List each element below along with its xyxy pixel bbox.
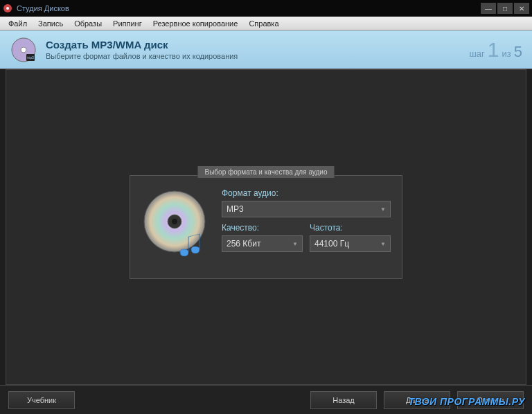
format-value: MP3 (227, 204, 244, 214)
app-icon (3, 3, 12, 13)
disc-icon: mp3 (10, 36, 37, 64)
chevron-down-icon: ▼ (380, 241, 386, 247)
format-label: Формат аудио: (222, 188, 391, 198)
menu-file[interactable]: Файл (3, 18, 33, 29)
maximize-button[interactable]: □ (497, 3, 513, 14)
menu-ripping[interactable]: Риппинг (107, 18, 148, 29)
menubar: Файл Запись Образы Риппинг Резервное коп… (0, 17, 532, 30)
format-panel: Выбор формата и качества для аудио (130, 175, 402, 279)
step-word: шаг (469, 48, 484, 59)
step-indicator: шаг 1 из 5 (469, 38, 522, 62)
menu-images[interactable]: Образы (69, 18, 107, 29)
quality-value: 256 Кбит (227, 239, 260, 249)
quality-label: Качество: (222, 223, 303, 233)
svg-text:mp3: mp3 (27, 55, 34, 60)
freq-label: Частота: (310, 223, 391, 233)
step-banner: mp3 Создать MP3/WMA диск Выберите формат… (0, 30, 532, 69)
tutorial-button[interactable]: Учебник (8, 391, 75, 409)
cancel-button[interactable]: Отмена (457, 391, 524, 409)
back-button[interactable]: Назад (310, 391, 377, 409)
freq-value: 44100 Гц (314, 239, 349, 249)
page-title: Создать MP3/WMA диск (46, 39, 469, 51)
chevron-down-icon: ▼ (380, 206, 386, 213)
menu-help[interactable]: Справка (243, 18, 284, 29)
disc-art-icon (141, 188, 211, 267)
step-current: 1 (488, 38, 499, 62)
content-area: Выбор формата и качества для аудио (6, 69, 526, 385)
close-button[interactable]: ✕ (514, 3, 529, 14)
svg-point-1 (6, 7, 9, 10)
window-controls: — □ ✕ (481, 3, 529, 14)
panel-header: Выбор формата и качества для аудио (197, 166, 334, 178)
menu-backup[interactable]: Резервное копирование (148, 18, 244, 29)
page-subtitle: Выберите формат файлов и качество их код… (46, 52, 469, 60)
format-select[interactable]: MP3 ▼ (222, 201, 391, 217)
titlebar: Студия Дисков — □ ✕ (0, 0, 532, 17)
freq-select[interactable]: 44100 Гц ▼ (310, 235, 391, 252)
next-button[interactable]: Далее (384, 391, 450, 409)
step-total: 5 (514, 43, 522, 61)
window-title: Студия Дисков (17, 4, 481, 12)
step-sep: из (502, 48, 511, 59)
menu-record[interactable]: Запись (33, 18, 69, 29)
footer: Учебник Назад Далее Отмена (0, 385, 532, 414)
quality-select[interactable]: 256 Кбит ▼ (222, 235, 303, 252)
svg-point-3 (21, 47, 26, 53)
chevron-down-icon: ▼ (292, 241, 298, 247)
minimize-button[interactable]: — (481, 3, 496, 14)
svg-point-8 (172, 219, 177, 224)
